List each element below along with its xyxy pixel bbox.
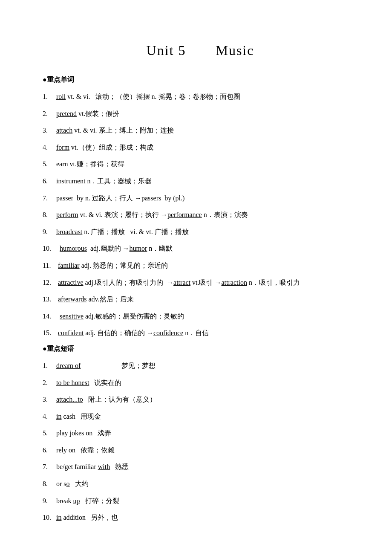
item-number: 2. (43, 377, 55, 388)
list-item: 10. humorous adj.幽默的 →humor n．幽默 (43, 243, 358, 254)
page-title: Unit 5 Music (43, 43, 358, 58)
item-number: 2. (43, 108, 55, 119)
list-item: 1. roll vt. & vi. 滚动；（使）摇摆 n. 摇晃；卷；卷形物；面… (43, 91, 358, 102)
list-item: 5. earn vt.赚；挣得；获得 (43, 159, 358, 170)
list-item: 12. attractive adj.吸引人的；有吸引力的 →attract v… (43, 277, 358, 288)
item-number: 12. (43, 277, 55, 288)
list-item: 13. afterwards adv.然后；后来 (43, 294, 358, 305)
vocab-section: ●重点单词 1. roll vt. & vi. 滚动；（使）摇摆 n. 摇晃；卷… (43, 75, 358, 339)
item-number: 5. (43, 428, 55, 439)
list-item: 2. pretend vt.假装；假扮 (43, 108, 358, 119)
item-number: 9. (43, 495, 55, 507)
item-number: 14. (43, 311, 55, 322)
item-number: 1. (43, 360, 55, 371)
item-number: 6. (43, 445, 55, 456)
item-number: 11. (43, 260, 55, 271)
phrase-section-header: ●重点短语 (43, 345, 358, 353)
item-number: 6. (43, 176, 55, 187)
item-number: 8. (43, 478, 55, 489)
title-section: Unit 5 Music (43, 43, 358, 58)
vocab-section-header: ●重点单词 (43, 75, 358, 84)
item-number: 8. (43, 209, 55, 220)
item-number: 7. (43, 461, 55, 472)
item-number: 4. (43, 142, 55, 153)
item-number: 7. (43, 193, 55, 204)
item-number: 10. (43, 243, 55, 254)
phrase-section: ●重点短语 1. dream of 梦见；梦想 2. to be honest … (43, 345, 358, 523)
item-number: 13. (43, 294, 55, 305)
list-item: 4. in cash 用现金 (43, 411, 358, 422)
vocab-list: 1. roll vt. & vi. 滚动；（使）摇摆 n. 摇晃；卷；卷形物；面… (43, 91, 358, 339)
list-item: 3. attach vt. & vi. 系上；缚上；附加；连接 (43, 125, 358, 136)
item-number: 3. (43, 125, 55, 136)
list-item: 3. attach...to 附上；认为有（意义） (43, 394, 358, 405)
list-item: 15. confident adj. 自信的；确信的 →confidence n… (43, 327, 358, 339)
list-item: 8. perform vt. & vi. 表演；履行；执行 →performan… (43, 209, 358, 220)
list-item: 1. dream of 梦见；梦想 (43, 360, 358, 371)
list-item: 11. familiar adj. 熟悉的；常见的；亲近的 (43, 260, 358, 271)
list-item: 2. to be honest 说实在的 (43, 377, 358, 388)
phrase-list: 1. dream of 梦见；梦想 2. to be honest 说实在的 3… (43, 360, 358, 523)
unit-label: Unit 5 (147, 43, 186, 58)
list-item: 5. play jokes on 戏弄 (43, 428, 358, 439)
list-item: 6. instrument n．工具；器械；乐器 (43, 176, 358, 187)
list-item: 9. break up 打碎；分裂 (43, 495, 358, 507)
subject-label: Music (216, 43, 254, 58)
item-number: 3. (43, 394, 55, 405)
list-item: 9. broadcast n. 广播；播放 vi. & vt. 广播；播放 (43, 226, 358, 237)
item-number: 1. (43, 91, 55, 102)
list-item: 4. form vt.（使）组成；形成；构成 (43, 142, 358, 153)
item-number: 15. (43, 327, 55, 339)
item-number: 9. (43, 226, 55, 237)
list-item: 10. in addition 另外，也 (43, 512, 358, 523)
item-number: 10. (43, 512, 55, 523)
item-number: 4. (43, 411, 55, 422)
item-number: 5. (43, 159, 55, 170)
list-item: 7. be/get familiar with 熟悉 (43, 461, 358, 472)
list-item: 8. or so 大约 (43, 478, 358, 489)
list-item: 7. passer by n. 过路人；行人 →passers by (pl.) (43, 193, 358, 204)
list-item: 14. sensitive adj.敏感的；易受伤害的；灵敏的 (43, 311, 358, 322)
list-item: 6. rely on 依靠；依赖 (43, 445, 358, 456)
